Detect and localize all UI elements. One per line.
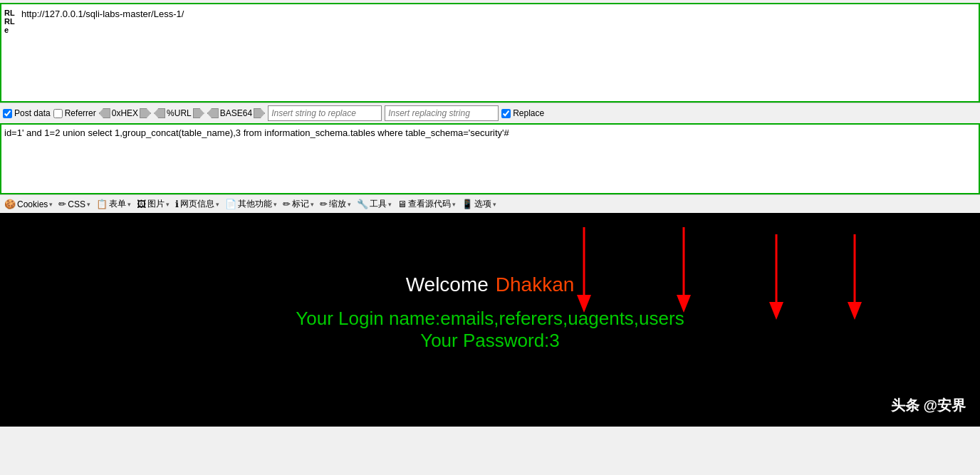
base64-label: BASE64 <box>220 108 252 118</box>
toolbar-images[interactable]: 🖼 图片 ▾ <box>137 198 170 210</box>
css-dropdown-arrow: ▾ <box>87 201 90 208</box>
pageinfo-dropdown-arrow: ▾ <box>216 201 219 208</box>
images-label: 图片 <box>147 198 165 210</box>
base64-right-arrow[interactable] <box>254 108 265 118</box>
main-content: Welcome Dhakkan Your Login name:emails,r… <box>0 213 980 427</box>
forms-label: 表单 <box>109 198 126 210</box>
password-value: 3 <box>549 330 559 351</box>
toolbar-viewsource[interactable]: 🖥 查看源代码 ▾ <box>397 198 456 210</box>
css-label: CSS <box>68 199 85 209</box>
cookies-icon: 🍪 <box>4 199 16 209</box>
hex-label: 0xHEX <box>112 108 138 118</box>
browser-toolbar: 🍪 Cookies ▾ ✏ CSS ▾ 📋 表单 ▾ 🖼 图片 ▾ ℹ 网页信息… <box>0 194 980 213</box>
mark-label: 标记 <box>292 198 309 210</box>
login-name-value: emails,referers,uagents,users <box>440 308 684 329</box>
url-encode-left-arrow[interactable] <box>154 108 165 118</box>
zoom-dropdown-arrow: ▾ <box>348 201 351 208</box>
toolbar-forms[interactable]: 📋 表单 ▾ <box>96 198 131 210</box>
login-name-label: Your Login name: <box>296 308 440 329</box>
other-icon: 📄 <box>225 199 236 209</box>
pageinfo-icon: ℹ <box>175 199 179 209</box>
viewsource-dropdown-arrow: ▾ <box>452 201 456 208</box>
password-line: Your Password:3 <box>420 330 560 352</box>
images-dropdown-arrow: ▾ <box>166 201 170 208</box>
forms-icon: 📋 <box>96 199 108 209</box>
toolbar-css[interactable]: ✏ CSS ▾ <box>58 199 90 209</box>
toolbar-options[interactable]: 📱 选项 ▾ <box>462 198 496 210</box>
toolbar-tools[interactable]: 🔧 工具 ▾ <box>357 198 392 210</box>
svg-marker-5 <box>769 302 783 320</box>
hex-right-arrow[interactable] <box>140 108 151 118</box>
other-label: 其他功能 <box>238 198 272 210</box>
referrer-checkbox[interactable] <box>53 109 63 118</box>
toolbar-row: Post data Referrer 0xHEX %URL BASE64 Rep… <box>0 103 980 123</box>
welcome-line: Welcome Dhakkan <box>406 273 575 296</box>
login-name-line: Your Login name:emails,referers,uagents,… <box>296 308 684 330</box>
other-dropdown-arrow: ▾ <box>273 201 277 208</box>
tools-dropdown-arrow: ▾ <box>388 201 392 208</box>
options-label: 选项 <box>474 198 491 210</box>
toolbar-zoom[interactable]: ✏ 缩放 ▾ <box>320 198 351 210</box>
url-value[interactable]: http://127.0.0.1/sqli-labs-master/Less-1… <box>21 9 976 19</box>
cookies-dropdown-arrow: ▾ <box>49 201 53 208</box>
mark-dropdown-arrow: ▾ <box>311 201 314 208</box>
options-icon: 📱 <box>462 199 473 209</box>
referrer-label: Referrer <box>65 108 96 118</box>
tools-icon: 🔧 <box>357 199 368 209</box>
forms-dropdown-arrow: ▾ <box>127 201 131 208</box>
toolbar-pageinfo[interactable]: ℹ 网页信息 ▾ <box>175 198 219 210</box>
replace-checkbox[interactable] <box>501 109 511 118</box>
post-data-group: Post data <box>3 108 51 118</box>
mark-icon: ✏ <box>283 199 291 209</box>
insert-string-input[interactable] <box>268 105 382 121</box>
zoom-icon: ✏ <box>320 199 328 209</box>
viewsource-icon: 🖥 <box>397 199 407 209</box>
replace-label: Replace <box>513 108 544 118</box>
images-icon: 🖼 <box>137 199 146 209</box>
toolbar-cookies[interactable]: 🍪 Cookies ▾ <box>4 199 53 209</box>
hex-left-arrow[interactable] <box>99 108 110 118</box>
post-data-label: Post data <box>14 108 51 118</box>
base64-left-arrow[interactable] <box>207 108 219 118</box>
post-data-value[interactable]: id=1' and 1=2 union select 1,group_conca… <box>4 127 509 138</box>
toolbar-other[interactable]: 📄 其他功能 ▾ <box>225 198 277 210</box>
welcome-text: Welcome <box>406 273 489 296</box>
watermark: 头条 @安界 <box>891 396 966 415</box>
toolbar-mark[interactable]: ✏ 标记 ▾ <box>283 198 314 210</box>
referrer-group: Referrer <box>53 108 96 118</box>
viewsource-label: 查看源代码 <box>408 198 451 210</box>
password-label: Your Password: <box>420 330 549 351</box>
cookies-label: Cookies <box>17 199 48 209</box>
options-dropdown-arrow: ▾ <box>493 201 496 208</box>
url-encode-right-arrow[interactable] <box>193 108 204 118</box>
dhakkan-text: Dhakkan <box>496 273 575 296</box>
pageinfo-label: 网页信息 <box>180 198 214 210</box>
svg-marker-7 <box>848 302 862 320</box>
zoom-label: 缩放 <box>329 198 346 210</box>
url-section: RL RL e http://127.0.0.1/sqli-labs-maste… <box>0 3 980 103</box>
css-icon: ✏ <box>58 199 66 209</box>
replace-group: Replace <box>501 108 544 118</box>
post-section[interactable]: id=1' and 1=2 union select 1,group_conca… <box>0 123 980 194</box>
tools-label: 工具 <box>370 198 387 210</box>
post-data-checkbox[interactable] <box>3 109 12 118</box>
url-label: RL RL e <box>4 7 21 34</box>
insert-replacing-input[interactable] <box>385 105 499 121</box>
url-encode-label: %URL <box>167 108 192 118</box>
